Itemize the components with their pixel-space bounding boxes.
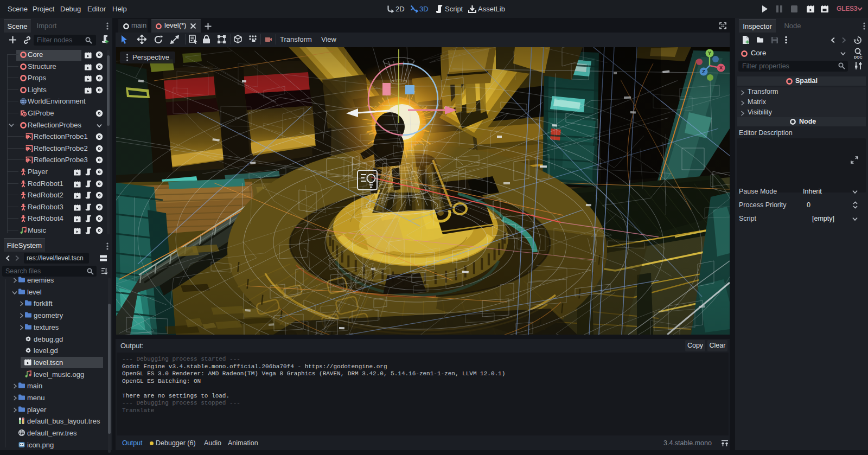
svg-text:DOC: DOC <box>854 55 863 59</box>
svg-text:Z: Z <box>702 69 705 74</box>
svg-text:Y: Y <box>708 50 711 56</box>
svg-text:X: X <box>719 65 723 71</box>
